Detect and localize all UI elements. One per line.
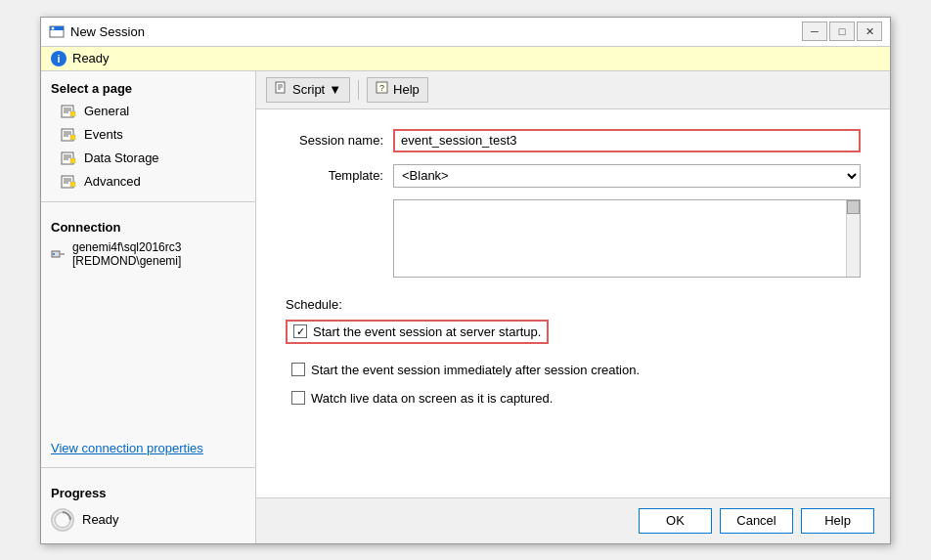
connection-server: genemi4f\sql2016rc3 [72,240,181,254]
svg-point-25 [53,253,55,255]
ok-button[interactable]: OK [639,508,712,534]
help-icon: ? [376,81,389,98]
general-icon [61,104,76,119]
checkbox1[interactable] [293,324,307,338]
form-area: Session name: Template: <Blank> [256,109,890,497]
cancel-button[interactable]: Cancel [720,508,793,534]
checkbox3-row: Watch live data on screen as it is captu… [286,388,861,409]
session-name-input[interactable] [393,129,861,152]
info-icon: i [51,51,66,66]
checkbox1-row: Start the event session at server startu… [286,320,549,344]
connection-item: genemi4f\sql2016rc3 [REDMOND\genemi] [41,238,255,270]
progress-status: Ready [82,512,119,527]
checkbox2-label: Start the event session immediately afte… [311,363,640,377]
title-bar-left: New Session [49,23,145,39]
right-panel: Script ▼ ? Help S [256,71,890,543]
checkbox3[interactable] [291,391,305,405]
sidebar-divider-2 [41,467,255,468]
sidebar-item-advanced[interactable]: Advanced [41,170,255,194]
window-title: New Session [70,24,145,39]
status-text: Ready [72,51,110,65]
template-scrollbar[interactable] [846,200,860,277]
script-label: Script [292,82,325,97]
main-content: Select a page General [41,71,890,543]
select-page-header: Select a page [41,71,255,100]
title-bar-buttons: ─ □ ✕ [802,22,882,41]
template-label: Template: [286,168,393,183]
progress-item: Ready [41,504,255,536]
sidebar-item-events[interactable]: Events [41,123,255,147]
connection-text: genemi4f\sql2016rc3 [REDMOND\genemi] [72,240,181,268]
svg-rect-17 [70,158,75,163]
status-bar: i Ready [41,47,890,71]
svg-rect-12 [70,135,75,140]
sidebar-item-data-storage[interactable]: Data Storage [41,147,255,170]
schedule-section: Schedule: Start the event session at ser… [286,297,861,409]
connection-user: [REDMOND\genemi] [72,254,181,268]
schedule-label: Schedule: [286,297,861,312]
svg-rect-24 [60,253,65,255]
sidebar-label-general: General [84,104,129,118]
sidebar: Select a page General [41,71,256,543]
view-connection-properties[interactable]: View connection properties [41,437,255,459]
sidebar-label-data-storage: Data Storage [84,151,159,165]
connection-header: Connection [41,210,255,238]
checkbox2-row: Start the event session immediately afte… [286,360,861,380]
script-dropdown-icon: ▼ [329,82,341,97]
session-name-label: Session name: [286,133,393,148]
progress-header: Progress [41,476,255,504]
button-bar: OK Cancel Help [256,497,890,543]
events-icon [61,127,76,143]
close-button[interactable]: ✕ [857,22,882,41]
session-name-row: Session name: [286,129,861,152]
svg-point-2 [52,27,55,30]
sidebar-label-advanced: Advanced [84,174,141,189]
template-row: Template: <Blank> [286,164,861,188]
svg-rect-22 [70,182,75,187]
connection-icon [51,246,66,262]
sidebar-item-general[interactable]: General [41,100,255,123]
help-button[interactable]: ? Help [367,77,428,103]
help-dialog-button[interactable]: Help [801,508,874,534]
template-select[interactable]: <Blank> [393,164,861,188]
sidebar-label-events: Events [84,127,123,142]
scrollbar-thumb [847,200,860,214]
new-session-window: New Session ─ □ ✕ i Ready Select a page [40,17,891,544]
sidebar-divider-1 [41,201,255,202]
toolbar-divider [358,80,359,100]
checkbox1-container: Start the event session at server startu… [286,320,861,352]
script-icon [275,81,288,98]
checkbox2[interactable] [291,363,305,376]
progress-spinner [51,508,74,532]
script-button[interactable]: Script ▼ [266,77,350,103]
help-label: Help [393,82,420,97]
window-icon [49,23,65,39]
title-bar: New Session ─ □ ✕ [41,18,890,47]
checkbox1-label: Start the event session at server startu… [313,324,541,339]
svg-rect-7 [70,111,75,116]
template-text-area [393,199,861,278]
svg-text:?: ? [379,83,384,93]
toolbar: Script ▼ ? Help [256,71,890,109]
data-storage-icon [61,151,76,166]
maximize-button[interactable]: □ [829,22,855,41]
advanced-icon [61,174,76,190]
checkbox3-label: Watch live data on screen as it is captu… [311,391,553,406]
minimize-button[interactable]: ─ [802,22,827,41]
